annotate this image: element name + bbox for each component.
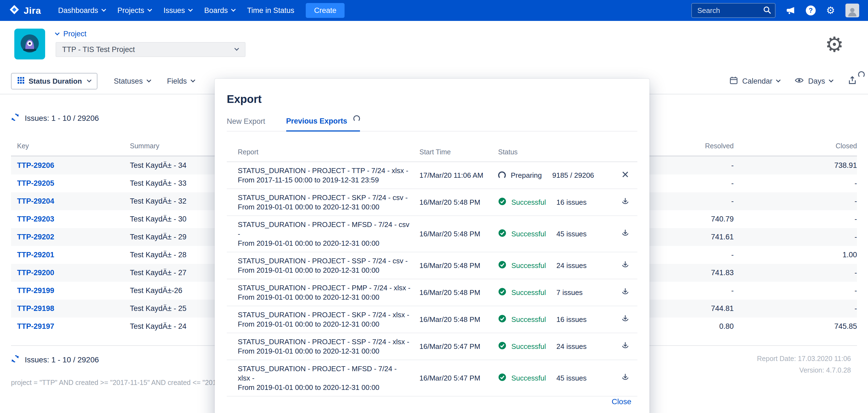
nav-issues-label: Issues bbox=[163, 6, 185, 15]
download-export-button[interactable] bbox=[613, 288, 638, 298]
nav-boards[interactable]: Boards bbox=[198, 0, 241, 21]
issue-resolved-value: 744.81 bbox=[646, 304, 734, 313]
issue-key-link[interactable]: TTP-29197 bbox=[11, 322, 130, 331]
refresh-icon[interactable] bbox=[11, 113, 19, 123]
exports-table-body: STATUS_DURATION - PROJECT - TTP - 7/24 -… bbox=[227, 162, 638, 396]
export-report-line2: From 2019-01-01 00:00 to 2020-12-31 00:0… bbox=[238, 292, 411, 302]
project-select[interactable]: TTP - TIS Test Project bbox=[56, 42, 246, 57]
nav-issues[interactable]: Issues bbox=[157, 0, 198, 21]
check-circle-icon bbox=[498, 373, 506, 383]
issue-key-link[interactable]: TTP-29200 bbox=[11, 268, 130, 277]
export-row: STATUS_DURATION - PROJECT - MFSD - 7/24 … bbox=[227, 216, 638, 252]
project-avatar bbox=[14, 29, 45, 61]
export-row: STATUS_DURATION - PROJECT - SKP - 7/24 -… bbox=[227, 189, 638, 216]
issue-resolved-value: - bbox=[646, 286, 734, 295]
status-duration-label: Status Duration bbox=[29, 77, 82, 86]
project-breadcrumb-label: Project bbox=[63, 30, 86, 38]
nav-projects[interactable]: Projects bbox=[112, 0, 158, 21]
tab-previous-exports[interactable]: Previous Exports bbox=[286, 117, 360, 131]
export-status-label: Preparing bbox=[511, 171, 542, 180]
issue-key-link[interactable]: TTP-29202 bbox=[11, 233, 130, 241]
column-header-closed[interactable]: Closed bbox=[734, 142, 857, 150]
export-status: Successful 24 issues bbox=[498, 260, 613, 271]
export-start-time: 16/Mar/20 5:48 PM bbox=[420, 315, 498, 324]
issue-key-link[interactable]: TTP-29204 bbox=[11, 197, 130, 205]
close-icon bbox=[622, 171, 629, 180]
calendar-label: Calendar bbox=[742, 77, 773, 86]
issue-closed-value: - bbox=[734, 286, 857, 295]
nav-dashboards[interactable]: Dashboards bbox=[52, 0, 112, 21]
jira-logo-icon bbox=[9, 4, 20, 17]
chevron-down-icon bbox=[87, 78, 91, 83]
export-report-line2: From 2019-01-01 00:00 to 2020-12-31 00:0… bbox=[238, 239, 411, 248]
issue-key-link[interactable]: TTP-29199 bbox=[11, 286, 130, 295]
chevron-down-icon bbox=[776, 78, 781, 83]
nav-right-cluster: ? ⚙ bbox=[691, 3, 859, 18]
download-export-button[interactable] bbox=[613, 315, 638, 325]
calendar-dropdown[interactable]: Calendar bbox=[730, 76, 780, 86]
issue-resolved-value: 740.79 bbox=[646, 215, 734, 223]
download-icon bbox=[621, 197, 629, 208]
loading-spinner-icon bbox=[353, 115, 360, 122]
report-date-label: Report Date: 17.03.2020 11:06 bbox=[757, 353, 851, 364]
download-export-button[interactable] bbox=[613, 373, 638, 383]
download-export-button[interactable] bbox=[613, 229, 638, 239]
tab-new-export[interactable]: New Export bbox=[227, 117, 265, 131]
download-icon bbox=[621, 288, 629, 298]
issue-closed-value: - bbox=[734, 215, 857, 223]
create-button[interactable]: Create bbox=[306, 3, 345, 18]
issue-closed-value: - bbox=[734, 197, 857, 205]
export-button[interactable] bbox=[848, 76, 857, 87]
download-export-button[interactable] bbox=[613, 342, 638, 352]
eye-icon bbox=[795, 76, 804, 87]
jira-app: Jira Dashboards Projects Issues Boards T… bbox=[0, 0, 868, 413]
issue-key-link[interactable]: TTP-29206 bbox=[11, 161, 130, 170]
issue-key-link[interactable]: TTP-29205 bbox=[11, 179, 130, 188]
fields-label: Fields bbox=[167, 77, 187, 86]
megaphone-icon[interactable] bbox=[786, 6, 795, 15]
check-circle-icon bbox=[498, 342, 506, 352]
statuses-dropdown[interactable]: Statuses bbox=[114, 77, 151, 86]
export-start-time: 16/Mar/20 5:48 PM bbox=[420, 230, 498, 238]
export-status: Successful 16 issues bbox=[498, 197, 613, 208]
download-export-button[interactable] bbox=[613, 197, 638, 208]
close-modal-button[interactable]: Close bbox=[612, 397, 631, 406]
export-status-label: Successful bbox=[512, 261, 546, 270]
cancel-export-button[interactable] bbox=[613, 171, 638, 180]
issue-key-link[interactable]: TTP-29203 bbox=[11, 215, 130, 223]
export-report-line1: STATUS_DURATION - PROJECT - MFSD - 7/24 … bbox=[238, 364, 411, 383]
download-export-button[interactable] bbox=[613, 260, 638, 271]
nav-time-in-status-label: Time in Status bbox=[247, 6, 294, 15]
statuses-label: Statuses bbox=[114, 77, 143, 86]
refresh-icon[interactable] bbox=[11, 355, 19, 365]
export-report-line2: From 2019-01-01 00:00 to 2020-12-31 00:0… bbox=[238, 319, 411, 329]
days-dropdown[interactable]: Days bbox=[795, 76, 833, 87]
top-nav: Jira Dashboards Projects Issues Boards T… bbox=[0, 0, 868, 21]
export-report-name: STATUS_DURATION - PROJECT - SSP - 7/24 -… bbox=[227, 333, 420, 360]
jira-logo[interactable]: Jira bbox=[9, 4, 41, 17]
project-breadcrumb[interactable]: Project bbox=[56, 30, 246, 38]
export-report-line1: STATUS_DURATION - PROJECT - TTP - 7/24 -… bbox=[238, 166, 411, 175]
export-report-line1: STATUS_DURATION - PROJECT - MFSD - 7/24 … bbox=[238, 220, 411, 239]
status-duration-button[interactable]: Status Duration bbox=[11, 73, 97, 89]
issue-key-link[interactable]: TTP-29201 bbox=[11, 251, 130, 259]
export-issue-count: 24 issues bbox=[556, 261, 587, 270]
nav-time-in-status[interactable]: Time in Status bbox=[241, 0, 301, 21]
gear-icon[interactable]: ⚙ bbox=[826, 5, 835, 15]
chevron-down-icon bbox=[148, 7, 152, 12]
user-avatar[interactable] bbox=[845, 4, 859, 17]
search-icon[interactable] bbox=[763, 6, 772, 17]
export-start-time: 16/Mar/20 5:48 PM bbox=[420, 261, 498, 270]
search-box bbox=[691, 3, 776, 18]
settings-gear-icon[interactable]: ⚙ bbox=[825, 34, 844, 55]
export-row: STATUS_DURATION - PROJECT - TTP - 7/24 -… bbox=[227, 162, 638, 189]
export-report-line1: STATUS_DURATION - PROJECT - SSP - 7/24 -… bbox=[238, 256, 411, 265]
column-header-key[interactable]: Key bbox=[11, 142, 130, 150]
fields-dropdown[interactable]: Fields bbox=[167, 77, 194, 86]
issue-closed-value: - bbox=[734, 268, 857, 277]
export-modal: Export New Export Previous Exports Repor… bbox=[215, 79, 650, 413]
issue-closed-value: - bbox=[734, 233, 857, 241]
issue-key-link[interactable]: TTP-29198 bbox=[11, 304, 130, 313]
help-icon[interactable]: ? bbox=[806, 5, 816, 15]
column-header-resolved[interactable]: Resolved bbox=[646, 142, 734, 150]
